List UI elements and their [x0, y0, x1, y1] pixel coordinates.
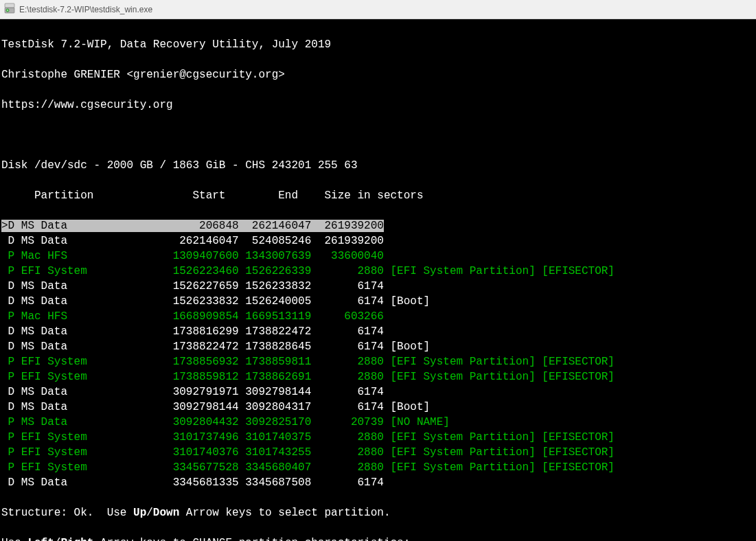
blank-line: [1, 128, 755, 143]
partition-row[interactable]: P EFI System 3345677528 3345680407 2880 …: [1, 460, 755, 475]
header-line-1: TestDisk 7.2-WIP, Data Recovery Utility,…: [1, 37, 755, 52]
partition-row[interactable]: D MS Data 3345681335 3345687508 6174: [1, 475, 755, 490]
svg-rect-1: [5, 3, 14, 8]
partition-row[interactable]: P EFI System 1738856932 1738859811 2880 …: [1, 354, 755, 369]
window-titlebar: E:\testdisk-7.2-WIP\testdisk_win.exe: [0, 0, 756, 19]
key-left: Left: [27, 537, 54, 541]
partition-row[interactable]: P EFI System 1738859812 1738862691 2880 …: [1, 369, 755, 384]
app-icon: [4, 3, 19, 16]
terminal-output[interactable]: TestDisk 7.2-WIP, Data Recovery Utility,…: [0, 19, 756, 541]
header-line-2: Christophe GRENIER <grenier@cgsecurity.o…: [1, 67, 755, 82]
disk-line: Disk /dev/sdc - 2000 GB / 1863 GiB - CHS…: [1, 158, 755, 173]
partition-row[interactable]: P Mac HFS 1309407600 1343007639 33600040: [1, 249, 755, 264]
partition-row[interactable]: D MS Data 1526233832 1526240005 6174 [Bo…: [1, 294, 755, 309]
partition-row[interactable]: P Mac HFS 1668909854 1669513119 603266: [1, 309, 755, 324]
partition-row[interactable]: D MS Data 262146047 524085246 261939200: [1, 233, 755, 249]
key-right: Right: [60, 537, 93, 541]
partition-row[interactable]: D MS Data 3092798144 3092804317 6174 [Bo…: [1, 400, 755, 415]
partition-row[interactable]: D MS Data 3092791971 3092798144 6174: [1, 384, 755, 400]
partition-list[interactable]: >D MS Data 206848 262146047 261939200 D …: [1, 218, 755, 490]
svg-point-3: [7, 10, 8, 11]
hint-characteristics: Use Left/Right Arrow keys to CHANGE part…: [1, 536, 755, 541]
partition-row[interactable]: P EFI System 3101737496 3101740375 2880 …: [1, 430, 755, 445]
partition-row[interactable]: D MS Data 1526227659 1526233832 6174: [1, 279, 755, 294]
partition-row[interactable]: P MS Data 3092804432 3092825170 20739 [N…: [1, 415, 755, 430]
partition-row[interactable]: D MS Data 1738822472 1738828645 6174 [Bo…: [1, 339, 755, 354]
window-title: E:\testdisk-7.2-WIP\testdisk_win.exe: [19, 5, 152, 14]
header-line-3: https://www.cgsecurity.org: [1, 97, 755, 113]
partition-row[interactable]: P EFI System 1526223460 1526226339 2880 …: [1, 264, 755, 279]
columns-header: Partition Start End Size in sectors: [1, 188, 755, 203]
partition-row[interactable]: D MS Data 1738816299 1738822472 6174: [1, 324, 755, 339]
key-down: Down: [153, 507, 179, 519]
partition-row[interactable]: >D MS Data 206848 262146047 261939200: [1, 218, 755, 233]
partition-row[interactable]: P EFI System 3101740376 3101743255 2880 …: [1, 445, 755, 460]
hint-structure: Structure: Ok. Use Up/Down Arrow keys to…: [1, 505, 755, 520]
key-up: Up: [133, 507, 146, 519]
